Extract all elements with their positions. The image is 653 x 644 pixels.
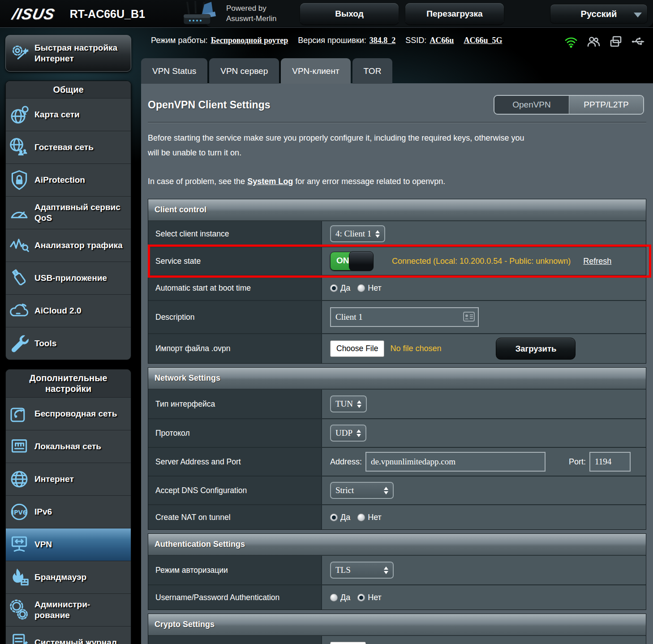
sidebar-item-label: Беспроводная сеть [34, 408, 117, 419]
tab-vpn-server[interactable]: VPN сервер [209, 58, 279, 84]
sidebar-item-label: AiProtection [34, 175, 85, 185]
devices-icon[interactable] [609, 35, 623, 48]
sidebar-item-vpn[interactable]: VPN [6, 528, 131, 561]
divider [148, 122, 646, 123]
clients-icon[interactable] [587, 35, 600, 48]
sidebar-item-label: Администри- рование [34, 599, 90, 621]
powered-by: Powered by Asuswrt-Merlin [226, 3, 276, 24]
contact-card-icon [463, 312, 475, 322]
row-label: Keys and Certificates [148, 636, 322, 644]
row-accept-dns: Accept DNS Configuration Strict [148, 476, 646, 504]
client-instance-select[interactable]: 4: Client 1 [330, 225, 385, 242]
row-protocol: Протокол UDP [148, 418, 646, 447]
sidebar-item-usb-app[interactable]: USB-приложение [6, 262, 131, 294]
mode-value-link[interactable]: Беспроводной роутер [211, 36, 288, 45]
ssid-5g-link[interactable]: AC66u_5G [464, 36, 502, 45]
auto-start-yes-radio[interactable]: Да [330, 283, 350, 293]
row-service-state: Service state ON Connected (Local: 10.20… [148, 246, 646, 275]
select-value: Strict [335, 485, 354, 495]
sidebar-section-title: Дополнительные настройки [6, 369, 131, 397]
intro-text-1: Before starting the service make sure yo… [148, 131, 533, 160]
logout-button[interactable]: Выход [300, 3, 399, 25]
syslog-icon [9, 632, 30, 644]
admin-icon [9, 599, 30, 621]
edit-keys-button[interactable]: Edit... [330, 642, 366, 644]
sidebar-item-ipv6[interactable]: IPV6IPv6 [6, 495, 131, 528]
userpass-yes-radio[interactable]: Да [330, 593, 350, 602]
tab-vpn-client[interactable]: VPN-клиент [281, 58, 350, 84]
tools-icon [9, 333, 30, 354]
row-interface-type: Тип интерфейса TUN [148, 390, 646, 418]
sidebar-item-lan[interactable]: Локальная сеть [6, 430, 131, 463]
sidebar-item-label: AiCloud 2.0 [34, 305, 82, 316]
asus-logo: /ISUS [11, 5, 56, 23]
select-value: TLS [335, 565, 351, 575]
userpass-no-radio[interactable]: Нет [357, 593, 382, 602]
usb-icon[interactable] [632, 35, 645, 48]
row-label: Service state [148, 247, 322, 275]
tab-tor[interactable]: TOR [352, 58, 393, 84]
status-icons [564, 35, 645, 48]
sidebar-item-guest-network[interactable]: Гостевая сеть [6, 131, 131, 163]
aicloud-icon [9, 300, 30, 322]
server-address-input[interactable] [365, 452, 546, 472]
row-label: Description [148, 301, 322, 333]
ssid-label: SSID: [405, 36, 426, 45]
sidebar-item-firewall[interactable]: Брандмауэр [6, 561, 131, 593]
sidebar-item-wan[interactable]: Интернет [6, 463, 131, 495]
sidebar-item-network-map[interactable]: Карта сети [6, 98, 131, 131]
sidebar-item-syslog[interactable]: Системный журнал [6, 626, 131, 644]
choose-file-button[interactable]: Choose File [330, 340, 384, 357]
row-label: Accept DNS Configuration [148, 477, 322, 504]
row-label: Режим авторизации [148, 556, 322, 584]
row-keys-certificates: Keys and Certificates Edit... [148, 636, 646, 644]
sidebar-item-label: Гостевая сеть [34, 142, 94, 153]
svg-text:IPV6: IPV6 [12, 509, 27, 516]
nat-no-radio[interactable]: Нет [357, 513, 382, 522]
radio-icon [330, 514, 338, 521]
nat-yes-radio[interactable]: Да [330, 513, 350, 522]
row-label: Импорт файла .ovpn [148, 334, 322, 363]
sidebar-item-label: VPN [34, 539, 52, 550]
protocol-select[interactable]: UDP [330, 425, 366, 442]
ssid-24-link[interactable]: AC66u [430, 36, 454, 45]
select-arrows-icon [357, 429, 361, 437]
sidebar-item-label: Адаптивный сервис QoS [34, 202, 128, 223]
sidebar-item-wireless[interactable]: Беспроводная сеть [6, 397, 131, 430]
pptp-l2tp-toggle-button[interactable]: PPTP/L2TP [569, 96, 643, 114]
sidebar-item-quick-setup[interactable]: Быстрая настройка Интернет [5, 35, 131, 72]
reboot-button[interactable]: Перезагрузка [405, 3, 504, 25]
row-description: Description [148, 300, 646, 333]
router-wizard-graphic [178, 1, 221, 30]
row-userpass-auth: Username/Password Authentication Да Нет [148, 584, 646, 610]
sidebar-item-aicloud[interactable]: AiCloud 2.0 [6, 294, 131, 327]
system-log-link[interactable]: System Log [247, 177, 293, 186]
toggle-knob [349, 251, 374, 271]
wifi-icon[interactable] [564, 35, 578, 48]
dns-configuration-select[interactable]: Strict [330, 482, 394, 499]
aiprotection-icon [9, 169, 30, 191]
sidebar-item-qos[interactable]: Адаптивный сервис QoS [6, 196, 131, 229]
sidebar-item-traffic-analyzer[interactable]: Анализатор трафика [6, 229, 131, 262]
refresh-link[interactable]: Refresh [583, 257, 611, 266]
radio-icon [357, 514, 365, 521]
language-select[interactable]: Русский [550, 4, 648, 24]
openvpn-toggle-button[interactable]: OpenVPN [494, 96, 569, 114]
tab-vpn-status[interactable]: VPN Status [141, 58, 207, 84]
sidebar-item-aiprotection[interactable]: AiProtection [6, 163, 131, 196]
sidebar-item-admin[interactable]: Администри- рование [6, 593, 131, 626]
vpn-icon [9, 534, 30, 555]
sidebar-item-tools[interactable]: Tools [6, 327, 131, 360]
status-line: Режим работы: Беспроводной роутер Версия… [151, 36, 502, 45]
file-status-text: No file chosen [390, 344, 441, 353]
description-input[interactable] [330, 307, 479, 327]
firmware-value-link[interactable]: 384.8_2 [369, 36, 396, 45]
server-port-input[interactable] [589, 452, 631, 472]
auth-mode-select[interactable]: TLS [330, 562, 394, 579]
language-value: Русский [581, 9, 617, 19]
service-state-toggle[interactable]: ON [330, 252, 373, 270]
auto-start-no-radio[interactable]: Нет [357, 283, 382, 293]
interface-type-select[interactable]: TUN [330, 395, 367, 412]
row-select-client-instance: Select client instance 4: Client 1 [148, 221, 646, 246]
upload-button[interactable]: Загрузить [496, 338, 576, 360]
